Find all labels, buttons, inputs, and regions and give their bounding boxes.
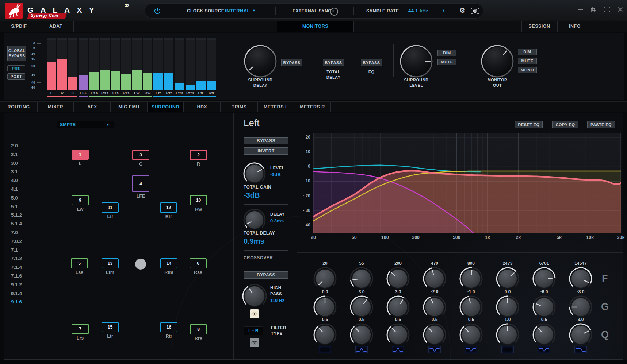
format-item-9.1.6[interactable]: 9.1.6 bbox=[11, 299, 40, 306]
highpass-link-button[interactable] bbox=[250, 309, 259, 318]
speaker-box-Rw[interactable]: 10 bbox=[190, 195, 207, 205]
speaker-box-Lrs[interactable]: 7 bbox=[72, 324, 89, 334]
format-item-7.1[interactable]: 7.1 bbox=[11, 247, 40, 255]
filter-type-selector[interactable]: L - R bbox=[244, 326, 263, 335]
channel-bypass-button[interactable]: BYPASS bbox=[244, 137, 288, 144]
surround-delay-bypass-button[interactable]: BYPASS bbox=[281, 59, 302, 66]
format-item-7.1.4[interactable]: 7.1.4 bbox=[11, 264, 40, 272]
subtab-meters-r[interactable]: METERS R bbox=[294, 102, 331, 112]
channel-invert-button[interactable]: INVERT bbox=[244, 147, 288, 155]
band-7-gain-knob[interactable] bbox=[532, 295, 557, 320]
band-7-shape-notch-icon[interactable] bbox=[538, 346, 550, 353]
speaker-box-Ltm[interactable]: 13 bbox=[102, 258, 119, 268]
speaker-box-LFE[interactable]: 4 bbox=[132, 175, 149, 192]
format-item-9.1.4[interactable]: 9.1.4 bbox=[11, 291, 40, 298]
band-2-q-knob[interactable] bbox=[349, 322, 374, 347]
format-item-3.1[interactable]: 3.1 bbox=[11, 169, 40, 176]
format-item-7.0.2[interactable]: 7.0.2 bbox=[11, 239, 40, 246]
monitor-out-knob[interactable] bbox=[480, 44, 515, 78]
surround-delay-knob[interactable] bbox=[243, 44, 278, 78]
format-item-2.0[interactable]: 2.0 bbox=[11, 143, 40, 150]
band-8-freq-knob[interactable] bbox=[568, 266, 593, 291]
clock-source-dropdown-icon[interactable]: ▾ bbox=[253, 8, 255, 12]
speaker-box-Rtf[interactable]: 12 bbox=[160, 202, 177, 213]
band-8-shape-lowpass-icon[interactable] bbox=[574, 346, 587, 353]
clock-source-value[interactable]: INTERNAL bbox=[225, 8, 250, 13]
band-4-gain-knob[interactable] bbox=[422, 295, 447, 320]
format-item-2.1[interactable]: 2.1 bbox=[11, 152, 40, 159]
surround-dim-button[interactable]: DIM bbox=[437, 50, 456, 56]
band-2-freq-knob[interactable] bbox=[349, 266, 374, 291]
format-item-7.0[interactable]: 7.0 bbox=[11, 230, 40, 237]
minimize-button[interactable] bbox=[576, 5, 585, 14]
format-item-5.1.2[interactable]: 5.1.2 bbox=[11, 212, 40, 220]
band-4-q-knob[interactable] bbox=[422, 322, 447, 347]
tab-info[interactable]: INFO bbox=[557, 21, 592, 32]
gear-icon[interactable]: ⚙ bbox=[459, 7, 466, 15]
copy-eq-button[interactable]: COPY EQ bbox=[552, 121, 578, 128]
subtab-mixer[interactable]: MIXER bbox=[37, 102, 74, 112]
subtab-meters-l[interactable]: METERS L bbox=[258, 102, 294, 112]
band-5-gain-knob[interactable] bbox=[459, 295, 483, 320]
band-6-shape-flat-icon[interactable] bbox=[501, 346, 514, 353]
global-bypass-button[interactable]: GLOBAL BYPASS bbox=[7, 46, 26, 61]
format-item-4.1[interactable]: 4.1 bbox=[11, 186, 40, 194]
speaker-box-Ltr[interactable]: 15 bbox=[102, 322, 119, 332]
band-7-q-knob[interactable] bbox=[532, 322, 557, 347]
total-delay-bypass-button[interactable]: BYPASS bbox=[323, 59, 344, 66]
speaker-preset-dropdown[interactable]: SMPTE bbox=[57, 121, 114, 128]
format-item-5.1[interactable]: 5.1 bbox=[11, 204, 40, 211]
band-3-shape-bell-icon[interactable] bbox=[392, 346, 404, 353]
band-2-gain-knob[interactable] bbox=[349, 295, 374, 320]
subtab-mic-emu[interactable]: MIC EMU bbox=[111, 102, 147, 112]
band-1-gain-knob[interactable] bbox=[313, 295, 337, 320]
band-8-gain-knob[interactable] bbox=[568, 295, 593, 320]
tab-adat[interactable]: ADAT bbox=[38, 21, 74, 32]
delay-knob[interactable] bbox=[242, 208, 267, 232]
speaker-box-Lss[interactable]: 5 bbox=[71, 258, 88, 268]
subtab-routing[interactable]: ROUTING bbox=[0, 102, 37, 112]
close-button[interactable] bbox=[616, 5, 624, 14]
highpass-knob[interactable] bbox=[241, 283, 268, 309]
band-6-q-knob[interactable] bbox=[495, 322, 520, 347]
power-button[interactable] bbox=[153, 7, 162, 17]
filter-link-button[interactable] bbox=[250, 338, 259, 347]
format-item-5.0[interactable]: 5.0 bbox=[11, 195, 40, 202]
band-3-gain-knob[interactable] bbox=[386, 295, 410, 320]
sample-rate-value[interactable]: 44.1 kHz bbox=[408, 8, 428, 13]
band-6-gain-knob[interactable] bbox=[495, 295, 520, 320]
band-3-freq-knob[interactable] bbox=[386, 266, 410, 291]
speaker-box-L[interactable]: 1 bbox=[72, 150, 89, 160]
tab-s-pdif[interactable]: S/PDIF bbox=[0, 21, 38, 32]
band-1-q-knob[interactable] bbox=[313, 322, 337, 347]
reset-eq-button[interactable]: RESET EQ bbox=[515, 121, 543, 128]
format-item-4.0[interactable]: 4.0 bbox=[11, 178, 40, 185]
format-item-3.0[interactable]: 3.0 bbox=[11, 160, 40, 168]
speaker-box-C[interactable]: 3 bbox=[132, 150, 149, 160]
band-4-freq-knob[interactable] bbox=[422, 266, 447, 291]
band-2-shape-bell-icon[interactable] bbox=[355, 346, 368, 353]
tab-monitors[interactable]: MONITORS bbox=[277, 21, 354, 32]
sample-rate-dropdown-icon[interactable]: ▾ bbox=[443, 8, 444, 12]
tab-session[interactable]: SESSION bbox=[521, 21, 557, 32]
subtab-surround[interactable]: SURROUND bbox=[147, 102, 184, 112]
band-8-q-knob[interactable] bbox=[568, 322, 593, 347]
post-button[interactable]: POST bbox=[7, 73, 25, 80]
device-detect-icon[interactable] bbox=[471, 7, 479, 16]
band-1-shape-flat-icon[interactable] bbox=[319, 346, 331, 353]
level-knob[interactable] bbox=[242, 162, 267, 186]
band-6-freq-knob[interactable] bbox=[495, 266, 520, 291]
band-7-freq-knob[interactable] bbox=[532, 266, 557, 291]
band-5-q-knob[interactable] bbox=[459, 322, 483, 347]
format-item-9.1.2[interactable]: 9.1.2 bbox=[11, 282, 40, 289]
monitor-mono-button[interactable]: MONO bbox=[518, 67, 537, 73]
speaker-box-R[interactable]: 2 bbox=[190, 150, 207, 160]
format-item-7.1.2[interactable]: 7.1.2 bbox=[11, 256, 40, 263]
subtab-hdx[interactable]: HDX bbox=[184, 102, 221, 112]
eq-bypass-button[interactable]: BYPASS bbox=[361, 59, 382, 66]
monitor-dim-button[interactable]: DIM bbox=[518, 49, 537, 55]
crossover-bypass-button[interactable]: BYPASS bbox=[244, 271, 288, 279]
paste-eq-button[interactable]: PASTE EQ bbox=[587, 121, 615, 128]
speaker-box-Rtm[interactable]: 14 bbox=[160, 258, 177, 268]
surround-mute-button[interactable]: MUTE bbox=[437, 59, 456, 65]
